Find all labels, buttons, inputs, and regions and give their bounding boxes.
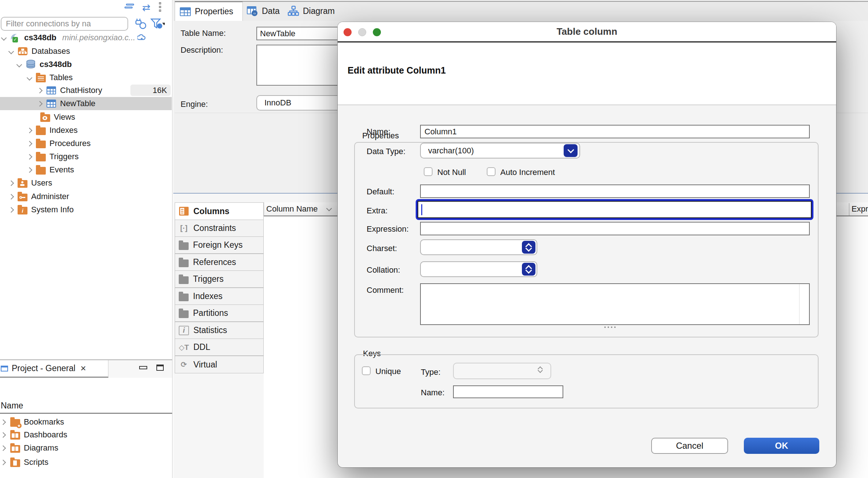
tree-item-databases[interactable]: Databases [9,45,70,58]
link-with-editor-icon[interactable]: ⇄ [142,3,151,13]
project-window-icon [1,366,8,371]
project-toolbar: ⚙ + ⇄ [0,378,172,398]
subtab-ddl[interactable]: ◇T DDL [175,339,264,356]
tree-item-procedures[interactable]: Procedures [27,137,91,150]
column-divider[interactable] [849,203,849,216]
views-folder-icon [40,114,50,122]
tab-project-general[interactable]: Project - General × [0,360,108,378]
column-name-header[interactable]: Column Name [266,204,318,214]
dialog-titlebar[interactable]: Table column [338,22,836,42]
expression-header[interactable]: Expr [852,204,868,214]
tree-item-events[interactable]: Events [27,163,74,176]
chevron-right-icon[interactable] [37,87,43,93]
tree-item-chathistory[interactable]: ChatHistory [38,84,102,97]
subtab-indexes[interactable]: Indexes [175,288,264,305]
tree-label: NewTable [60,99,96,108]
subtab-columns[interactable]: Columns [175,202,264,220]
tables-folder-icon [36,75,46,82]
name-label: Name: [367,127,390,137]
data-type-combo[interactable]: varchar(100) [420,143,580,158]
tree-item-database-cs348db[interactable]: cs348db [17,58,72,71]
tree-item-diagrams[interactable]: Diagrams [1,441,58,455]
tree-item-users[interactable]: Users [9,176,52,190]
collation-combo[interactable] [420,261,537,277]
chevron-down-icon[interactable] [16,61,22,67]
expression-input[interactable] [420,222,810,235]
chevron-right-icon[interactable] [27,167,33,173]
subtab-partitions[interactable]: Partitions [175,305,264,322]
default-input[interactable] [420,184,810,198]
tree-item-bookmarks[interactable]: ★ Bookmarks [1,415,64,429]
comment-textarea[interactable] [420,283,810,325]
tree-label: Administer [31,192,69,201]
extra-input-focused[interactable] [416,199,813,220]
charset-label: Charset: [367,244,397,253]
subtab-triggers[interactable]: Triggers [175,270,264,288]
subtab-statistics[interactable]: i Statistics [175,322,264,339]
tree-item-indexes[interactable]: Indexes [27,124,78,137]
subtab-foreign-keys[interactable]: Foreign Keys [175,236,264,254]
minimize-panel-icon[interactable] [139,366,147,369]
subtab-references[interactable]: References [175,254,264,271]
subtab-label: DDL [193,342,210,352]
tab-label: Diagram [303,6,335,16]
chevron-right-icon[interactable] [8,180,14,186]
chevron-right-icon[interactable] [0,419,6,425]
maximize-panel-icon[interactable] [156,365,164,371]
chevron-right-icon[interactable] [27,127,33,133]
chevron-down-icon[interactable] [8,48,14,54]
key-type-combo-disabled[interactable] [453,363,551,379]
view-menu-icon[interactable] [159,2,161,12]
chevron-right-icon[interactable] [27,154,33,160]
subtab-label: Triggers [193,274,224,284]
table-column-dialog: Table column Edit attribute Column1 Prop… [338,22,836,467]
tree-item-connection[interactable]: ✓ cs348db mini.peisongxiao.c... [2,31,146,44]
charset-stepper-button[interactable] [522,241,535,254]
filter-funnel-icon[interactable] [150,18,165,30]
chevron-down-icon[interactable] [27,75,33,81]
chevron-right-icon[interactable] [0,432,6,438]
tree-item-scripts[interactable]: Scripts [1,456,48,469]
close-icon[interactable]: × [81,363,86,374]
data-type-dropdown-button[interactable] [564,144,578,157]
tree-item-tables[interactable]: Tables [27,71,73,84]
connect-plug-icon[interactable] [134,18,147,30]
tree-item-triggers[interactable]: Triggers [27,150,79,163]
search-input[interactable]: Filter connections by na [1,17,128,31]
chevron-right-icon[interactable] [0,445,6,451]
chevron-right-icon[interactable] [27,141,33,146]
subtab-constraints[interactable]: [·] Constraints [175,220,264,237]
project-name-header[interactable]: Name [0,398,172,414]
mysql-dolphin-icon: ✓ [10,33,21,43]
tree-item-administer[interactable]: Administer [9,190,69,203]
column-name-input[interactable]: Column1 [420,125,810,138]
cloud-icon [137,34,146,42]
subtab-virtual[interactable]: ⟳ Virtual [175,356,264,373]
charset-combo[interactable] [420,239,537,255]
cancel-button[interactable]: Cancel [651,438,728,454]
chevron-down-icon[interactable] [1,35,7,41]
chevron-right-icon[interactable] [8,207,14,213]
auto-increment-checkbox[interactable] [487,167,496,176]
collation-stepper-button[interactable] [522,263,535,276]
comment-label: Comment: [367,285,404,295]
chevron-right-icon[interactable] [8,194,14,199]
tree-item-newtable[interactable]: NewTable [38,97,96,110]
chevron-right-icon[interactable] [0,459,6,465]
not-null-checkbox[interactable] [424,167,433,176]
tab-properties[interactable]: Properties [175,1,243,21]
unique-checkbox[interactable] [362,366,371,375]
key-name-input[interactable] [453,385,563,398]
tab-label: Properties [195,7,233,16]
tab-diagram[interactable]: Diagram [284,1,346,21]
chevron-right-icon[interactable] [37,101,43,107]
subtab-label: References [193,257,236,267]
tree-item-system-info[interactable]: i System Info [9,203,74,216]
tree-item-dashboards[interactable]: Dashboards [1,428,67,441]
tab-data[interactable]: ‹› Data [243,1,288,21]
resize-grip-icon[interactable] [604,326,616,328]
ok-button[interactable]: OK [744,438,819,454]
constraints-icon: [·] [179,224,189,233]
key-type-stepper-icon [538,367,542,372]
tree-item-views[interactable]: Views [40,111,75,124]
